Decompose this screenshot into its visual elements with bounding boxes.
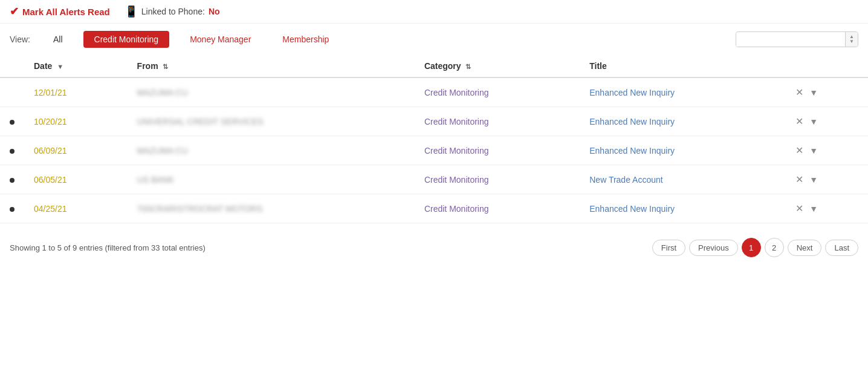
expand-button[interactable]: ▼ <box>809 117 818 126</box>
dismiss-button[interactable]: ✕ <box>795 145 803 156</box>
col-category[interactable]: Category ⇅ <box>415 55 580 77</box>
unread-dot <box>10 207 15 212</box>
category-sort-icon: ⇅ <box>465 63 471 70</box>
search-box[interactable]: ▲ ▼ <box>736 31 858 47</box>
cell-category: Credit Monitoring <box>415 165 580 194</box>
col-title: Title <box>580 55 786 77</box>
checkmark-icon: ✔ <box>10 5 19 18</box>
top-bar: ✔ Mark All Alerts Read 📱 Linked to Phone… <box>0 0 868 24</box>
col-actions <box>786 55 868 77</box>
first-button[interactable]: First <box>652 240 685 256</box>
date-sort-icon: ▼ <box>57 63 63 70</box>
expand-button[interactable]: ▼ <box>809 146 818 156</box>
col-date[interactable]: Date ▼ <box>24 55 128 77</box>
showing-text: Showing 1 to 5 of 9 entries (filtered fr… <box>10 243 206 252</box>
cell-date: 04/25/21 <box>24 194 128 223</box>
view-label: View: <box>10 34 30 44</box>
page-1-button[interactable]: 1 <box>742 238 761 257</box>
unread-indicator <box>0 107 24 136</box>
view-bar: View: All Credit Monitoring Money Manage… <box>0 24 868 55</box>
cell-category: Credit Monitoring <box>415 77 580 107</box>
mark-all-read-button[interactable]: ✔ Mark All Alerts Read <box>10 5 110 18</box>
table-row: 06/05/21US BANKCredit MonitoringNew Trad… <box>0 165 868 194</box>
pagination: First Previous 1 2 Next Last <box>652 238 858 257</box>
search-spinner[interactable]: ▲ ▼ <box>845 32 858 47</box>
phone-icon: 📱 <box>125 5 138 18</box>
page-2-button[interactable]: 2 <box>765 238 784 257</box>
unread-indicator <box>0 194 24 223</box>
expand-button[interactable]: ▼ <box>809 175 818 185</box>
expand-button[interactable]: ▼ <box>809 88 818 97</box>
cell-title[interactable]: New Trade Account <box>580 165 786 194</box>
alerts-table: Date ▼ From ⇅ Category ⇅ Title 12/01/21M… <box>0 55 868 223</box>
cell-category: Credit Monitoring <box>415 107 580 136</box>
expand-button[interactable]: ▼ <box>809 204 818 214</box>
cell-category: Credit Monitoring <box>415 136 580 165</box>
cell-date: 06/05/21 <box>24 165 128 194</box>
next-button[interactable]: Next <box>788 240 822 256</box>
dismiss-button[interactable]: ✕ <box>795 174 803 185</box>
cell-actions: ✕ ▼ <box>786 77 868 107</box>
unread-dot <box>10 178 15 183</box>
last-button[interactable]: Last <box>825 240 858 256</box>
dismiss-button[interactable]: ✕ <box>795 203 803 214</box>
cell-title[interactable]: Enhanced New Inquiry <box>580 136 786 165</box>
tab-membership[interactable]: Membership <box>271 31 340 48</box>
linked-phone-value: No <box>209 7 220 16</box>
unread-indicator <box>0 77 24 107</box>
table-row: 12/01/21MAZUMA CUCredit MonitoringEnhanc… <box>0 77 868 107</box>
tab-money-manager[interactable]: Money Manager <box>179 31 262 48</box>
previous-button[interactable]: Previous <box>689 240 738 256</box>
cell-actions: ✕ ▼ <box>786 107 868 136</box>
footer: Showing 1 to 5 of 9 entries (filtered fr… <box>0 228 868 267</box>
unread-indicator <box>0 136 24 165</box>
cell-actions: ✕ ▼ <box>786 194 868 223</box>
tab-all[interactable]: All <box>42 31 74 48</box>
cell-from: 700CRARISTROCRAT MOTORS <box>128 194 415 223</box>
cell-actions: ✕ ▼ <box>786 165 868 194</box>
cell-from: UNIVERSAL CREDIT SERVICES <box>128 107 415 136</box>
cell-title[interactable]: Enhanced New Inquiry <box>580 77 786 107</box>
cell-date: 10/20/21 <box>24 107 128 136</box>
cell-title[interactable]: Enhanced New Inquiry <box>580 194 786 223</box>
unread-dot <box>10 149 15 154</box>
linked-phone-label: Linked to Phone: <box>141 7 205 16</box>
table-row: 06/09/21MAZUMA CUCredit MonitoringEnhanc… <box>0 136 868 165</box>
cell-from: MAZUMA CU <box>128 77 415 107</box>
cell-date: 12/01/21 <box>24 77 128 107</box>
table-row: 10/20/21UNIVERSAL CREDIT SERVICESCredit … <box>0 107 868 136</box>
unread-indicator <box>0 165 24 194</box>
linked-phone-status: 📱 Linked to Phone: No <box>125 5 220 18</box>
unread-dot <box>10 120 15 125</box>
col-dot <box>0 55 24 77</box>
cell-actions: ✕ ▼ <box>786 136 868 165</box>
mark-all-read-label: Mark All Alerts Read <box>22 7 110 17</box>
table-header-row: Date ▼ From ⇅ Category ⇅ Title <box>0 55 868 77</box>
cell-title[interactable]: Enhanced New Inquiry <box>580 107 786 136</box>
table-row: 04/25/21700CRARISTROCRAT MOTORSCredit Mo… <box>0 194 868 223</box>
dismiss-button[interactable]: ✕ <box>795 116 803 127</box>
search-input[interactable] <box>736 33 845 47</box>
from-sort-icon: ⇅ <box>163 63 168 70</box>
dismiss-button[interactable]: ✕ <box>795 87 803 98</box>
cell-from: MAZUMA CU <box>128 136 415 165</box>
cell-date: 06/09/21 <box>24 136 128 165</box>
cell-category: Credit Monitoring <box>415 194 580 223</box>
cell-from: US BANK <box>128 165 415 194</box>
tab-credit-monitoring[interactable]: Credit Monitoring <box>83 31 170 48</box>
col-from[interactable]: From ⇅ <box>128 55 415 77</box>
